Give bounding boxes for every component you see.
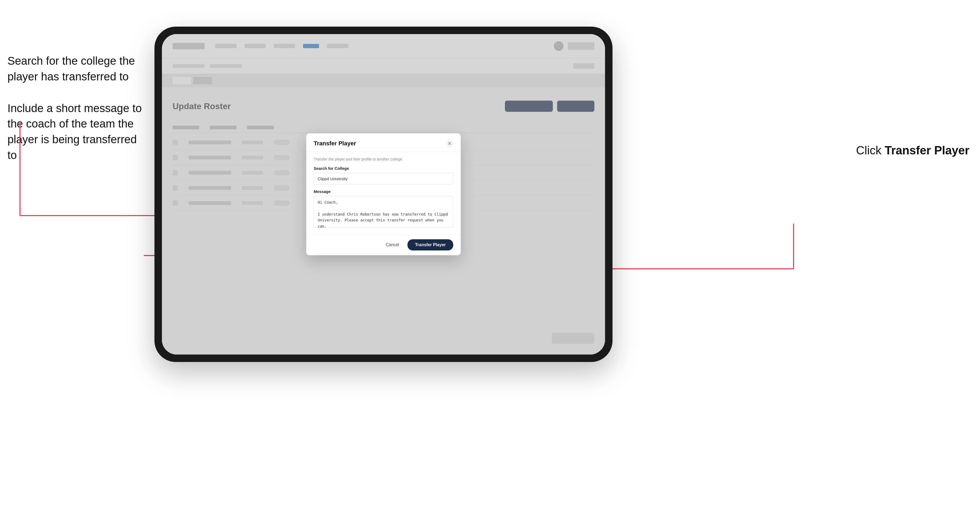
cancel-button[interactable]: Cancel: [382, 240, 403, 249]
search-college-input[interactable]: [314, 173, 453, 184]
transfer-player-modal: Transfer Player ✕ Transfer the player an…: [306, 133, 461, 255]
transfer-player-button[interactable]: Transfer Player: [407, 239, 453, 251]
modal-footer: Cancel Transfer Player: [306, 234, 461, 255]
modal-header: Transfer Player ✕: [306, 133, 461, 152]
annotation-message-text: Include a short message to the coach of …: [8, 102, 142, 161]
tablet-screen: Update Roster: [162, 34, 605, 354]
modal-body: Transfer the player and their profile to…: [306, 152, 461, 234]
annotation-right: Click Transfer Player: [856, 144, 969, 157]
modal-title: Transfer Player: [314, 140, 356, 147]
message-textarea[interactable]: [314, 196, 453, 228]
close-icon[interactable]: ✕: [446, 140, 453, 147]
annotation-left: Search for the college the player has tr…: [8, 53, 146, 163]
tablet-frame: Update Roster: [154, 27, 612, 362]
message-label: Message: [314, 189, 453, 194]
modal-overlay: Transfer Player ✕ Transfer the player an…: [162, 34, 605, 354]
annotation-search-text: Search for the college the player has tr…: [8, 55, 135, 83]
modal-subtitle: Transfer the player and their profile to…: [314, 157, 453, 161]
search-college-label: Search for College: [314, 166, 453, 171]
